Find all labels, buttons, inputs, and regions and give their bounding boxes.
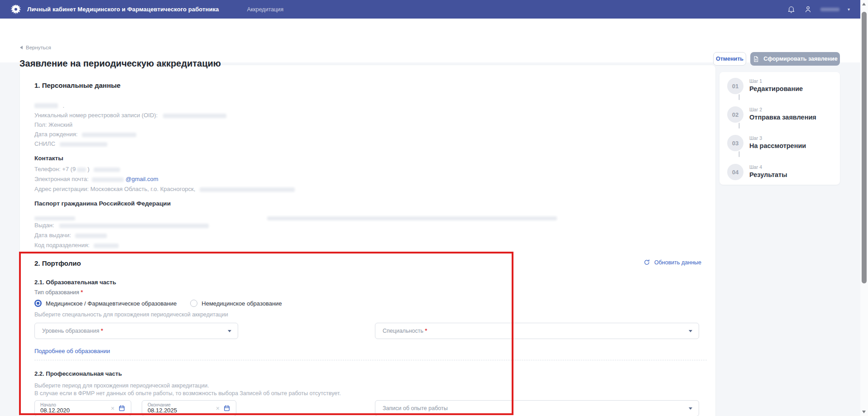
radio-nonmedical-label: Немедицинское образование xyxy=(201,300,282,307)
work-experience-select[interactable]: Записи об опыте работы xyxy=(375,400,699,416)
application-form-card: 1. Персональные данные . Уникальный номе… xyxy=(20,65,715,416)
scroll-down-arrow[interactable] xyxy=(862,411,866,413)
education-level-placeholder: Уровень образования xyxy=(42,328,103,334)
oid-line: Уникальный номер реестровой записи (OID)… xyxy=(34,110,701,120)
radio-selected-icon xyxy=(34,300,42,307)
specialty-select[interactable]: Специальность xyxy=(375,323,699,339)
professional-hint-2: В случае если в ФРМР нет данных об опыте… xyxy=(34,390,701,397)
step-number-badge: 03 xyxy=(727,135,743,151)
generate-application-label: Сформировать заявление xyxy=(763,56,837,62)
period-start-datepicker[interactable]: Начало 08.12.2020 × xyxy=(34,400,131,416)
professional-hint-1: Выберите период для прохождения периодич… xyxy=(34,382,701,390)
education-details-link[interactable]: Подробнее об образовании xyxy=(34,348,701,355)
clear-icon[interactable]: × xyxy=(216,405,220,412)
redacted-username xyxy=(820,8,839,11)
scrollbar-thumb[interactable] xyxy=(862,12,867,283)
step-kicker: Шаг 3 xyxy=(749,135,806,141)
redacted-text xyxy=(163,114,226,118)
redacted-passport-number xyxy=(34,214,701,219)
passport-dept-code-line: Код подразделения: xyxy=(34,240,701,250)
gender-line: Пол: Женский xyxy=(34,120,701,129)
radio-medical-label: Медицинское / Фармацевтическое образован… xyxy=(46,300,177,307)
step-number-badge: 04 xyxy=(727,164,743,180)
chevron-down-icon xyxy=(689,330,692,332)
chevron-down-icon xyxy=(228,330,231,332)
cancel-button[interactable]: Отменить xyxy=(713,52,746,66)
passport-issued-line: Выдан: xyxy=(34,220,701,230)
app-title: Личный кабинет Медицинского и Фармацевти… xyxy=(27,6,219,13)
redacted-text xyxy=(94,244,119,248)
education-type-radio-group: Медицинское / Фармацевтическое образован… xyxy=(34,300,701,307)
education-level-select[interactable]: Уровень образования xyxy=(34,323,238,339)
step-item-1: 01 Шаг 1 Редактирование xyxy=(727,78,803,94)
top-navbar: Личный кабинет Медицинского и Фармацевти… xyxy=(0,0,868,19)
generate-application-button[interactable]: Сформировать заявление xyxy=(750,52,840,66)
step-connector xyxy=(739,151,740,157)
redacted-full-name: . xyxy=(34,101,701,107)
back-link[interactable]: Вернуться xyxy=(20,45,51,50)
education-part-title: 2.1. Образовательная часть xyxy=(34,278,701,287)
steps-sidebar: 01 Шаг 1 Редактирование 02 Шаг 2 Отправк… xyxy=(719,72,840,185)
step-item-2: 02 Шаг 2 Отправка заявления xyxy=(727,106,816,123)
phone-line: Телефон: +7 (9) xyxy=(34,164,701,174)
radio-nonmedical-education[interactable]: Немедицинское образование xyxy=(190,300,282,307)
user-icon[interactable] xyxy=(804,5,812,14)
chevron-down-icon xyxy=(689,407,692,410)
address-line: Адрес регистрации: Московская Область, г… xyxy=(34,184,701,194)
refresh-data-label: Обновить данные xyxy=(654,259,701,266)
birthdate-line: Дата рождения: xyxy=(34,129,701,139)
calendar-icon[interactable] xyxy=(118,405,125,412)
radio-medical-education[interactable]: Медицинское / Фармацевтическое образован… xyxy=(34,300,177,307)
contacts-title: Контакты xyxy=(34,154,701,163)
education-type-label: Тип образования xyxy=(34,289,701,296)
document-icon xyxy=(753,56,759,62)
step-label: Редактирование xyxy=(749,85,803,92)
period-end-datepicker[interactable]: Окончание 08.12.2025 × xyxy=(142,400,236,416)
step-item-4: 04 Шаг 4 Результаты xyxy=(727,164,787,180)
personal-data-section-title: 1. Персональные данные xyxy=(34,81,701,90)
start-date-value: 08.12.2020 xyxy=(40,407,70,414)
redacted-text xyxy=(200,187,295,192)
redacted-text xyxy=(75,234,107,238)
refresh-data-link[interactable]: Обновить данные xyxy=(643,259,701,266)
scroll-up-arrow[interactable] xyxy=(862,3,866,5)
passport-title: Паспорт гражданина Российской Федерации xyxy=(34,200,701,208)
back-link-label: Вернуться xyxy=(26,45,51,50)
section-divider xyxy=(34,360,707,360)
step-connector xyxy=(739,94,740,100)
back-arrow-icon xyxy=(20,46,23,49)
redacted-text xyxy=(92,177,124,182)
step-number-badge: 01 xyxy=(727,78,743,94)
specialty-placeholder: Специальность xyxy=(383,328,427,334)
professional-part-title: 2.2. Профессиональная часть xyxy=(34,370,701,378)
step-item-3: 03 Шаг 3 На рассмотрении xyxy=(727,135,806,151)
redacted-text xyxy=(34,103,58,108)
page-header: Вернуться Заявление на периодическую акк… xyxy=(0,19,868,62)
step-connector xyxy=(739,123,740,129)
portfolio-section-title: 2. Портфолио xyxy=(34,259,701,268)
step-kicker: Шаг 4 xyxy=(749,164,787,170)
page-title: Заявление на периодическую аккредитацию xyxy=(19,58,221,69)
refresh-icon xyxy=(643,259,650,266)
redacted-text xyxy=(59,224,209,228)
email-link[interactable]: @gmail.com xyxy=(125,176,158,182)
navbar-actions: ▾ xyxy=(787,0,850,19)
clear-icon[interactable]: × xyxy=(111,405,115,412)
step-kicker: Шаг 2 xyxy=(749,107,816,112)
nav-item-accreditation[interactable]: Аккредитация xyxy=(247,6,283,13)
coat-of-arms-icon xyxy=(10,3,22,16)
email-line: Электронная почта: @gmail.com xyxy=(34,174,701,184)
passport-issue-date-line: Дата выдачи: xyxy=(34,230,701,240)
bell-icon[interactable] xyxy=(787,5,796,14)
redacted-text xyxy=(94,167,120,172)
redacted-text xyxy=(77,167,86,172)
radio-unselected-icon xyxy=(190,300,197,307)
end-date-value: 08.12.2025 xyxy=(148,407,177,414)
calendar-icon[interactable] xyxy=(223,405,230,412)
scrollbar[interactable] xyxy=(860,0,868,416)
education-hint: Выберите специальность для прохождения п… xyxy=(34,311,701,318)
step-label: Результаты xyxy=(749,171,787,178)
redacted-text xyxy=(60,142,107,147)
work-experience-placeholder: Записи об опыте работы xyxy=(383,405,448,411)
chevron-down-icon[interactable]: ▾ xyxy=(848,7,850,12)
